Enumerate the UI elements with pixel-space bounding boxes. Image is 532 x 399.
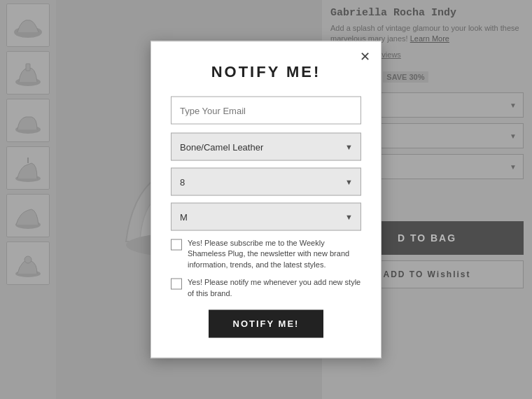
width-modal-select-wrapper[interactable]: N M W WW: [171, 203, 361, 231]
color-modal-select-wrapper[interactable]: Bone/Camel Leather Black Leather Brown L…: [171, 133, 361, 161]
color-modal-select[interactable]: Bone/Camel Leather Black Leather Brown L…: [171, 133, 361, 161]
width-modal-select[interactable]: N M W WW: [171, 203, 361, 231]
size-modal-select-wrapper[interactable]: 6 6.5 7 7.5 8 8.5 9: [171, 168, 361, 196]
notify-brand-checkbox-row[interactable]: Yes! Please notify me whenever you add n…: [171, 277, 361, 299]
newsletter-checkbox-label[interactable]: Yes! Please subscribe me to the Weekly S…: [188, 238, 361, 270]
email-input[interactable]: [171, 97, 361, 125]
close-button[interactable]: ✕: [357, 49, 372, 64]
modal-title: NOTIFY ME!: [171, 63, 361, 81]
notify-brand-checkbox[interactable]: [171, 279, 182, 290]
close-icon: ✕: [360, 49, 370, 64]
newsletter-checkbox-row[interactable]: Yes! Please subscribe me to the Weekly S…: [171, 238, 361, 270]
size-modal-select[interactable]: 6 6.5 7 7.5 8 8.5 9: [171, 168, 361, 196]
notify-me-button[interactable]: NOTIFY ME!: [209, 309, 323, 337]
notify-brand-checkbox-label[interactable]: Yes! Please notify me whenever you add n…: [188, 277, 361, 299]
newsletter-checkbox[interactable]: [171, 239, 182, 251]
notify-me-modal: ✕ NOTIFY ME! Bone/Camel Leather Black Le…: [150, 41, 382, 358]
